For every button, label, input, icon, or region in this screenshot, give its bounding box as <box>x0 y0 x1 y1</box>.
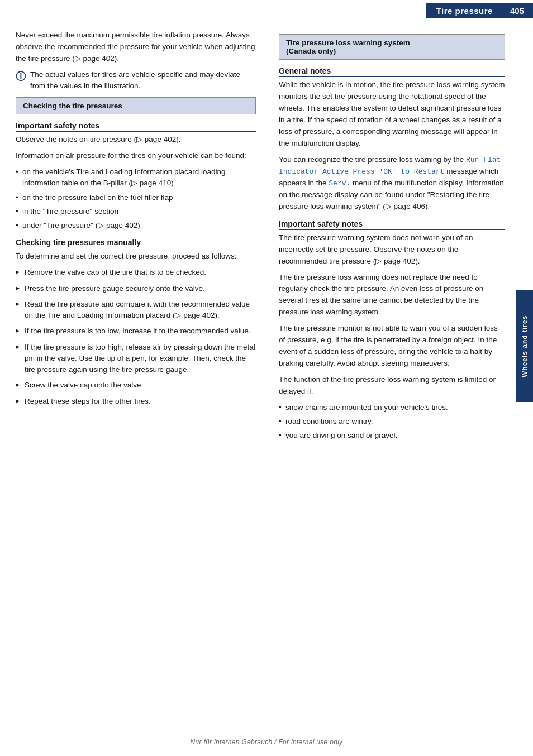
manual-para: To determine and set the correct tire pr… <box>16 251 256 262</box>
list-item: you are driving on sand or gravel. <box>279 430 505 441</box>
list-item: Press the tire pressure gauge securely o… <box>16 283 256 294</box>
info-note-text: The actual values for tires are vehicle-… <box>30 69 256 92</box>
header-bar: Tire pressure 405 <box>0 0 533 20</box>
list-item: Repeat these steps for the other tires. <box>16 396 256 407</box>
section-box-checking: Checking the tire pressures <box>16 97 256 114</box>
general-para2-mono2: Serv. <box>329 179 350 188</box>
important-safety-title-right: Important safety notes <box>279 219 505 230</box>
right-safety-para3: The tire pressure monitor is not able to… <box>279 323 505 370</box>
list-item: snow chains are mounted on your vehicle'… <box>279 402 505 413</box>
general-para2: You can recognize the tire pressure loss… <box>279 154 505 213</box>
left-column: Never exceed the maximum permissible tir… <box>0 20 266 457</box>
right-safety-para1: The tire pressure warning system does no… <box>279 232 505 267</box>
intro-paragraph: Never exceed the maximum permissible tir… <box>16 30 256 65</box>
general-para1: While the vehicle is in motion, the tire… <box>279 79 505 150</box>
list-item: on the tire pressure label on the fuel f… <box>16 192 256 203</box>
list-item: in the "Tire pressure" section <box>16 206 256 217</box>
info-icon: ⓘ <box>16 70 26 83</box>
info-block: ⓘ The actual values for tires are vehicl… <box>16 69 256 92</box>
safety-notes-title-left: Important safety notes <box>16 121 256 132</box>
right-safety-para4: The function of the tire pressure loss w… <box>279 374 505 398</box>
list-item: Screw the valve cap onto the valve. <box>16 380 256 391</box>
list-item: Read the tire pressure and compare it wi… <box>16 299 256 322</box>
list-item: Remove the valve cap of the tire that is… <box>16 267 256 278</box>
right-column: Tire pressure loss warning system (Canad… <box>266 20 533 457</box>
main-content: Never exceed the maximum permissible tir… <box>0 20 533 457</box>
section-box-canada-line2: (Canada only) <box>286 47 336 55</box>
header-page-number: 405 <box>503 3 533 18</box>
side-tab: Wheels and tires <box>516 290 533 402</box>
list-item: under "Tire pressure" (▷ page 402) <box>16 220 256 231</box>
list-item: on the vehicle's Tire and Loading Inform… <box>16 166 256 189</box>
safety-bullets-left: on the vehicle's Tire and Loading Inform… <box>16 166 256 231</box>
header-title-block: Tire pressure 405 <box>426 3 533 18</box>
header-title: Tire pressure <box>426 3 503 18</box>
safety-para2-left: Information on air pressure for the tire… <box>16 150 256 162</box>
section-box-canada: Tire pressure loss warning system (Canad… <box>279 34 505 60</box>
list-item: If the tire pressure is too high, releas… <box>16 342 256 376</box>
footer: Nur für internen Gebrauch / For internal… <box>0 738 533 746</box>
manual-title: Checking tire pressures manually <box>16 238 256 248</box>
general-notes-title: General notes <box>279 66 505 77</box>
right-safety-para2: The tire pressure loss warning does not … <box>279 272 505 319</box>
list-item: If the tire pressure is too low, increas… <box>16 326 256 337</box>
section-box-canada-line1: Tire pressure loss warning system <box>286 39 410 47</box>
general-para2-prefix: You can recognize the tire pressure loss… <box>279 155 466 164</box>
safety-para1-left: Observe the notes on tire pressure (▷ pa… <box>16 134 256 146</box>
manual-steps-list: Remove the valve cap of the tire that is… <box>16 267 256 407</box>
section-box-checking-label: Checking the tire pressures <box>23 102 122 110</box>
right-safety-bullets: snow chains are mounted on your vehicle'… <box>279 402 505 442</box>
list-item: road conditions are wintry. <box>279 416 505 427</box>
